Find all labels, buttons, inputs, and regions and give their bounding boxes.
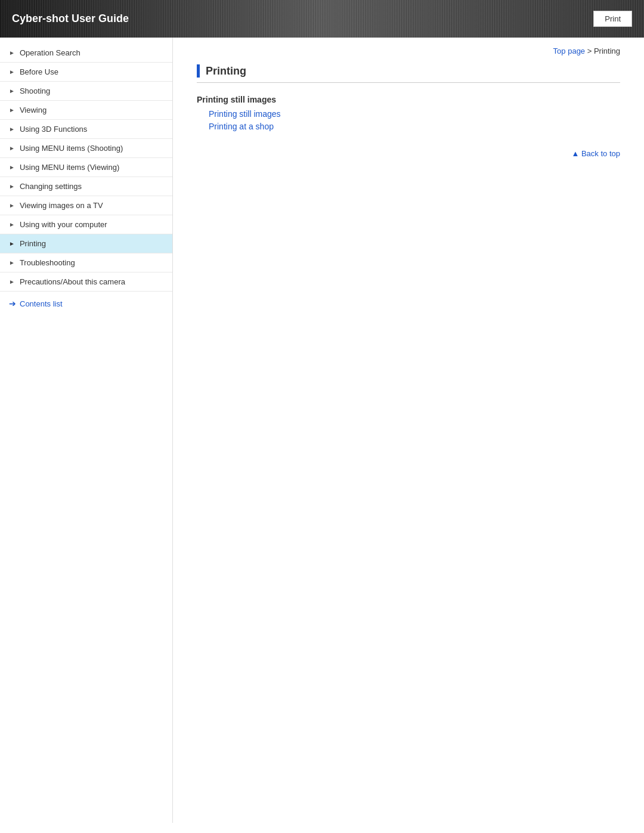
sidebar-item-using-with-computer[interactable]: ► Using with your computer (0, 215, 172, 234)
sidebar-item-label: Viewing (20, 106, 47, 114)
arrow-icon: ► (9, 126, 15, 132)
section-heading: Printing still images (197, 95, 620, 104)
content-area: Top page > Printing Printing Printing st… (173, 38, 644, 823)
back-to-top: ▲ Back to top (197, 149, 620, 158)
arrow-icon: ► (9, 145, 15, 151)
arrow-icon: ► (9, 49, 15, 56)
heading-bar (197, 64, 200, 78)
sidebar-item-label: Using MENU items (Viewing) (20, 163, 119, 172)
contents-list-link[interactable]: ➔ Contents list (0, 292, 172, 315)
header: Cyber-shot User Guide Print (0, 0, 644, 38)
arrow-icon: ► (9, 259, 15, 266)
arrow-icon: ► (9, 240, 15, 247)
sidebar-item-printing[interactable]: ► Printing (0, 234, 172, 253)
sidebar-item-using-menu-items-viewing[interactable]: ► Using MENU items (Viewing) (0, 158, 172, 177)
sidebar-item-label: Using 3D Functions (20, 125, 87, 134)
sidebar-item-label: Using MENU items (Shooting) (20, 144, 123, 153)
sidebar-item-operation-search[interactable]: ► Operation Search (0, 44, 172, 63)
back-to-top-label: Back to top (581, 149, 620, 158)
breadcrumb-current: Printing (594, 47, 620, 55)
sidebar-item-precautions[interactable]: ► Precautions/About this camera (0, 272, 172, 292)
sidebar-item-label: Viewing images on a TV (20, 201, 103, 210)
sidebar-item-label: Precautions/About this camera (20, 277, 125, 286)
main-container: ► Operation Search ► Before Use ► Shooti… (0, 38, 644, 823)
print-button[interactable]: Print (593, 11, 632, 27)
arrow-icon: ► (9, 183, 15, 190)
header-title: Cyber-shot User Guide (12, 13, 129, 25)
sidebar-item-label: Shooting (20, 86, 50, 95)
printing-still-images-link[interactable]: Printing still images (209, 109, 620, 119)
sidebar-item-viewing-images-on-tv[interactable]: ► Viewing images on a TV (0, 196, 172, 215)
sidebar-item-shooting[interactable]: ► Shooting (0, 82, 172, 101)
arrow-icon: ► (9, 164, 15, 171)
sidebar-item-using-3d-functions[interactable]: ► Using 3D Functions (0, 120, 172, 139)
sidebar-item-using-menu-items-shooting[interactable]: ► Using MENU items (Shooting) (0, 139, 172, 158)
sidebar-item-label: Operation Search (20, 48, 80, 57)
page-heading: Printing (197, 64, 620, 83)
sidebar-item-viewing[interactable]: ► Viewing (0, 101, 172, 120)
breadcrumb-top-link[interactable]: Top page (553, 47, 586, 55)
page-title: Printing (206, 65, 246, 78)
sidebar: ► Operation Search ► Before Use ► Shooti… (0, 38, 173, 823)
contents-link-label: Contents list (20, 299, 63, 308)
arrow-icon: ► (9, 221, 15, 228)
sidebar-item-label: Changing settings (20, 182, 82, 191)
sidebar-item-before-use[interactable]: ► Before Use (0, 63, 172, 82)
arrow-icon: ► (9, 69, 15, 75)
sidebar-item-changing-settings[interactable]: ► Changing settings (0, 177, 172, 196)
breadcrumb-separator: > (585, 47, 594, 55)
sidebar-item-label: Using with your computer (20, 220, 107, 229)
arrow-right-icon: ➔ (9, 299, 16, 308)
arrow-icon: ► (9, 88, 15, 94)
arrow-icon: ► (9, 202, 15, 209)
sidebar-item-label: Printing (20, 239, 46, 248)
back-to-top-link[interactable]: ▲ Back to top (571, 149, 620, 158)
triangle-up-icon: ▲ (571, 149, 581, 158)
arrow-icon: ► (9, 107, 15, 113)
sidebar-item-label: Before Use (20, 67, 58, 76)
arrow-icon: ► (9, 278, 15, 285)
sidebar-item-label: Troubleshooting (20, 258, 75, 267)
printing-at-shop-link[interactable]: Printing at a shop (209, 122, 620, 131)
sidebar-item-troubleshooting[interactable]: ► Troubleshooting (0, 253, 172, 272)
breadcrumb: Top page > Printing (197, 47, 620, 55)
